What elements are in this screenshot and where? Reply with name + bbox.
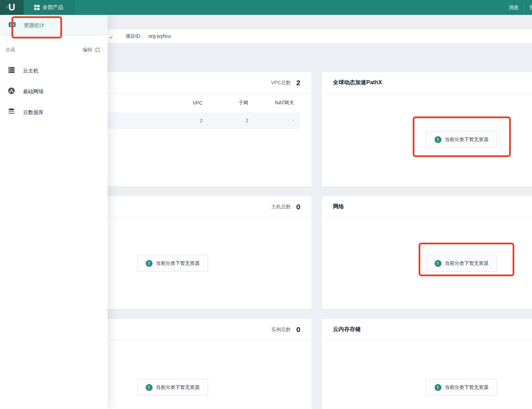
pathx-card-header: 全球动态加速PathX [322, 72, 532, 94]
host-empty-text: 当前分类下暂无资源 [156, 260, 200, 267]
topbar-divider [524, 5, 524, 10]
memstore-card-title: 云内存存储 [333, 326, 361, 333]
instance-empty-state: ! 当前分类下暂无资源 [137, 379, 208, 396]
vpc-total-label: VPC总数 [271, 80, 291, 86]
pathx-empty-text: 当前分类下暂无资源 [445, 137, 489, 143]
edit-label: 编辑 [83, 47, 92, 53]
info-exclamation-icon: ! [435, 260, 441, 267]
edit-icon [95, 47, 101, 53]
instance-total-value: 0 [296, 325, 300, 334]
favorites-header-row: 收藏 编辑 [0, 46, 108, 53]
host-empty-state: ! 当前分类下暂无资源 [137, 255, 208, 272]
server-icon [8, 66, 15, 75]
all-products-label: 全部产品 [43, 4, 63, 11]
sidebar-item-label: 资源统计 [24, 22, 44, 29]
sidebar-item-unet[interactable]: 基础网络 [0, 87, 108, 96]
ucloud-logo[interactable]: U [0, 0, 24, 15]
products-dropdown-panel: 资源统计 收藏 编辑 云主机 基础网络 云数据库 [0, 15, 108, 409]
topbar: U 全部产品 消息 告 [0, 0, 532, 15]
all-products-menu[interactable]: 全部产品 [24, 0, 74, 15]
panel-divider [6, 36, 96, 36]
favorites-label: 收藏 [6, 47, 15, 53]
vpc-count-cell[interactable]: 2 [157, 118, 203, 123]
natgw-col-header: NAT网关 [248, 100, 294, 106]
favorites-list: 云主机 基础网络 云数据库 [0, 66, 108, 117]
network-empty-text: 当前分类下暂无资源 [445, 260, 489, 267]
vpc-total-value: 2 [296, 79, 300, 87]
info-exclamation-icon: ! [146, 260, 153, 267]
subnet-count-cell[interactable]: 2 [203, 118, 248, 123]
resource-stats-icon [8, 21, 16, 30]
chevron-down-icon[interactable] [109, 35, 113, 41]
instance-total-label: 实例总数 [271, 327, 291, 333]
topbar-right-menu: 消息 告 [509, 0, 532, 15]
edit-favorites-button[interactable]: 编辑 [83, 47, 101, 53]
info-exclamation-icon: ! [146, 384, 153, 391]
memstore-empty-text: 当前分类下暂无资源 [445, 384, 489, 391]
card-pathx: 全球动态加速PathX ! 当前分类下暂无资源 [322, 72, 532, 186]
sidebar-item-label: 基础网络 [23, 88, 44, 95]
project-id-label: 项目ID： [126, 33, 145, 40]
subnet-col-header: 子网 [203, 100, 248, 106]
sidebar-item-udb[interactable]: 云数据库 [0, 107, 108, 117]
pathx-empty-state: ! 当前分类下暂无资源 [426, 131, 497, 148]
network-card-title: 网络 [333, 203, 344, 210]
network-icon [8, 87, 15, 96]
memstore-card-header: 云内存存储 [322, 319, 532, 340]
sidebar-item-label: 云数据库 [23, 109, 44, 116]
natgw-count-cell: - [248, 118, 294, 123]
info-exclamation-icon: ! [435, 384, 441, 391]
host-total-label: 主机总数 [271, 204, 291, 210]
card-memstore: 云内存存储 ! 当前分类下暂无资源 [322, 319, 532, 409]
grid-icon [34, 5, 40, 10]
network-empty-state: ! 当前分类下暂无资源 [426, 255, 497, 272]
info-exclamation-icon: ! [435, 136, 441, 143]
pathx-card-title: 全球动态加速PathX [333, 79, 382, 86]
alerts-link-partial[interactable]: 告 [529, 5, 532, 11]
project-id-value: org-jvyhcu [148, 33, 171, 39]
sidebar-item-label: 云主机 [23, 68, 38, 74]
network-card-header: 网络 [322, 196, 532, 218]
messages-link[interactable]: 消息 [509, 5, 518, 11]
sidebar-item-uhost[interactable]: 云主机 [0, 66, 108, 76]
logo-dots-decoration [6, 1, 10, 11]
instance-empty-text: 当前分类下暂无资源 [156, 384, 200, 391]
vpc-col-header: VPC [157, 100, 203, 106]
card-network: 网络 ! 当前分类下暂无资源 [322, 196, 532, 309]
database-icon [8, 108, 15, 117]
memstore-empty-state: ! 当前分类下暂无资源 [426, 379, 497, 396]
host-total-value: 0 [296, 203, 300, 211]
sidebar-item-resource-stats[interactable]: 资源统计 [0, 15, 108, 36]
